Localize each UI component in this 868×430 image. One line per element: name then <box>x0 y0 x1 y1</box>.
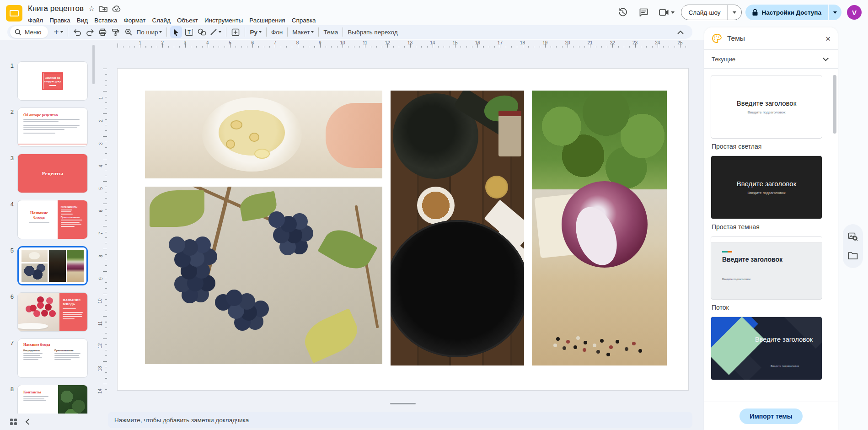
insert-image-button[interactable] <box>230 26 241 38</box>
theme-card-stream[interactable]: Введите заголовок Введите подзаголовок <box>711 236 822 300</box>
thumb7-columns: Ингредиенты Приготовление <box>23 349 82 361</box>
menu-item-tools[interactable]: Инструменты <box>201 16 246 25</box>
thumb4-heading: Название блюда <box>24 210 54 220</box>
slideshow-label[interactable]: Слайд-шоу <box>681 5 728 20</box>
redo-icon <box>86 28 94 36</box>
notes-resize-handle[interactable] <box>390 403 416 404</box>
collapse-filmstrip-icon[interactable] <box>25 419 30 425</box>
slideshow-caret[interactable] <box>728 5 741 20</box>
print-button[interactable] <box>97 26 109 38</box>
undo-icon <box>73 28 81 36</box>
slides-logo[interactable] <box>6 5 22 22</box>
slide-canvas[interactable] <box>118 69 688 390</box>
search-menus-button[interactable]: Меню <box>10 26 48 38</box>
slide-thumbnail-2[interactable]: Об авторе рецептов <box>17 108 88 147</box>
thumb4-ingredients-label: Ингредиенты <box>61 205 84 208</box>
line-tool-button[interactable] <box>209 26 223 38</box>
horizontal-ruler[interactable]: 1234567891011121314151617181920212223242… <box>95 40 704 48</box>
photo-grapes[interactable] <box>145 187 382 364</box>
transition-label: Выбрать переход <box>348 29 397 36</box>
vertical-ruler-ticks <box>95 69 107 391</box>
themes-section-current[interactable]: Текущие <box>704 49 838 69</box>
folder-icon[interactable] <box>848 252 858 260</box>
star-icon[interactable]: ☆ <box>88 5 95 12</box>
filmstrip-scrollbar[interactable] <box>92 45 95 84</box>
photo-ginger-tea[interactable] <box>145 91 382 178</box>
ruler-number: 2 <box>161 40 164 45</box>
menu-item-help[interactable]: Справка <box>289 16 319 25</box>
caret-down-icon <box>219 31 221 33</box>
menu-item-edit[interactable]: Правка <box>46 16 74 25</box>
import-theme-button[interactable]: Импорт темы <box>739 408 802 424</box>
slide-thumbnail-6[interactable]: НАЗВАНИЕ БЛЮДА <box>17 292 88 332</box>
layout-button[interactable]: Макет <box>291 26 315 38</box>
photo-red-onion[interactable] <box>532 91 667 366</box>
paint-format-button[interactable] <box>110 26 122 38</box>
cloud-saved-icon[interactable] <box>112 5 121 12</box>
text-box-button[interactable]: T <box>183 26 195 38</box>
close-panel-icon[interactable]: × <box>825 34 830 43</box>
toolbar-separator <box>343 27 343 37</box>
share-button-label: Настройки Доступа <box>762 9 821 16</box>
menu-item-file[interactable]: Файл <box>25 16 46 25</box>
new-slide-button[interactable]: + <box>53 26 64 38</box>
slide-number: 1 <box>4 61 17 101</box>
slide-number: 6 <box>4 292 17 332</box>
slide-thumbnail-1[interactable]: Закуски на скорую руку <box>17 61 88 101</box>
image-search-icon[interactable] <box>848 232 858 242</box>
theme-card-simple-light[interactable]: Введите заголовок Введите подзаголовок <box>711 75 822 139</box>
ruler-number: 17 <box>498 40 503 45</box>
background-button[interactable]: Фон <box>270 26 284 38</box>
vertical-ruler[interactable]: 1234567891011121314 <box>95 48 107 430</box>
ruler-number: 25 <box>677 40 682 45</box>
theme-card-subtitle: Введите подзаголовок <box>722 278 750 280</box>
fit-zoom-select[interactable]: По шир <box>135 26 164 38</box>
slideshow-button[interactable]: Слайд-шоу <box>681 5 742 20</box>
theme-card-focus[interactable]: Введите заголовок Введите подзаголовок <box>711 317 822 380</box>
comments-icon[interactable] <box>635 5 653 20</box>
menu-item-object[interactable]: Объект <box>174 16 201 25</box>
document-title[interactable]: Книга рецептов <box>28 4 84 13</box>
share-caret-button[interactable] <box>829 5 841 20</box>
input-tools-button[interactable]: Ру <box>248 26 263 38</box>
share-button-group[interactable]: Настройки Доступа <box>745 5 841 20</box>
account-avatar[interactable]: V <box>847 5 862 20</box>
redo-button[interactable] <box>84 26 96 38</box>
ruler-number: 10 <box>97 298 102 303</box>
thumb6-raspberry-photo <box>18 293 59 331</box>
themes-panel-scrollbar[interactable] <box>833 75 836 134</box>
menu-item-view[interactable]: Вид <box>74 16 91 25</box>
transition-button[interactable]: Выбрать переход <box>346 26 399 38</box>
present-to-meet-button[interactable] <box>656 9 677 16</box>
theme-card-title: Введите заголовок <box>737 180 797 188</box>
speaker-notes-bar[interactable]: Нажмите, чтобы добавить заметки докладчи… <box>108 412 692 428</box>
slide-thumbnail-5-selected[interactable] <box>17 246 88 285</box>
layout-label: Макет <box>292 29 310 36</box>
slide-thumbnail-3[interactable]: Рецепты <box>17 154 88 193</box>
slide-number: 7 <box>4 339 17 378</box>
grape-leaf <box>150 190 204 227</box>
camera-caret-icon <box>671 11 675 14</box>
menu-item-extensions[interactable]: Расширения <box>246 16 289 25</box>
slide-thumbnail-7[interactable]: Название блюда Ингредиенты Приготовление <box>17 339 88 378</box>
theme-button[interactable]: Тема <box>322 26 339 38</box>
photo-mortar-pestle[interactable] <box>391 91 524 366</box>
themes-panel-header: Темы × <box>704 27 838 49</box>
shapes-button[interactable] <box>196 26 208 38</box>
grid-view-icon[interactable] <box>10 419 17 425</box>
insert-image-icon <box>231 28 240 36</box>
menu-item-insert[interactable]: Вставка <box>91 16 120 25</box>
select-tool-button[interactable] <box>170 26 182 38</box>
hand-shape <box>326 103 383 168</box>
filmstrip-row-2: 2 Об авторе рецептов <box>4 108 95 147</box>
theme-card-simple-dark[interactable]: Введите заголовок Введите подзаголовок <box>711 156 822 219</box>
slide-thumbnail-8[interactable]: Контакты <box>17 385 88 414</box>
move-folder-icon[interactable] <box>99 5 107 12</box>
menu-item-slide[interactable]: Слайд <box>149 16 174 25</box>
zoom-button[interactable] <box>123 26 134 38</box>
slide-thumbnail-4[interactable]: Название блюда Ингредиенты Приготовление <box>17 200 88 239</box>
collapse-toolbar-button[interactable] <box>675 27 686 37</box>
undo-button[interactable] <box>71 26 83 38</box>
menu-item-format[interactable]: Формат <box>120 16 149 25</box>
version-history-icon[interactable] <box>614 5 632 20</box>
